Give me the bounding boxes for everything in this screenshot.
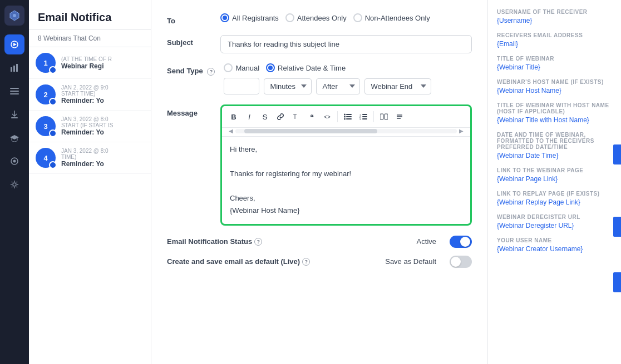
rp-replay-link: LINK TO REPLAY PAGE (IF EXISTS) {Webinar… — [497, 191, 612, 206]
editor-body[interactable]: Hi there, Thanks for registering for my … — [222, 137, 470, 224]
list-item[interactable]: 3 JAN 3, 2022 @ 8:0 START (IF START IS R… — [29, 111, 151, 142]
rp-title-host-value[interactable]: {Webinar Title with Host Name} — [497, 116, 612, 124]
toolbar-unordered-list-button[interactable] — [341, 109, 355, 124]
list-item[interactable]: 1 (AT THE TIME OF R Webinar Regi — [29, 47, 151, 79]
time-direction-select[interactable]: After Before — [316, 78, 360, 94]
default-toggle[interactable] — [450, 256, 472, 268]
list-item[interactable]: 4 JAN 3, 2022 @ 8:0 TIME) Reminder: Yo — [29, 142, 151, 174]
time-number-input[interactable] — [224, 80, 259, 93]
email-item-title: Webinar Regi — [61, 62, 144, 70]
svg-rect-21 — [362, 114, 367, 115]
toolbar-format-button[interactable]: T — [289, 109, 303, 124]
email-item-title: Reminder: Yo — [61, 97, 144, 104]
sidebar-item-circle[interactable] — [4, 151, 24, 171]
radio-manual[interactable]: Manual — [224, 63, 259, 72]
toolbar-strikethrough-button[interactable]: S — [258, 109, 272, 124]
sidebar-item-gear[interactable] — [4, 174, 24, 195]
default-help-icon[interactable]: ? — [302, 258, 310, 266]
scroll-left-button[interactable]: ◀ — [226, 128, 235, 134]
rp-email-value[interactable]: {Email} — [497, 40, 612, 48]
editor-line-5: Cheers, — [230, 192, 462, 205]
rp-deregister-url-value[interactable]: {Webinar Deregister URL} — [497, 222, 612, 230]
toolbar-link-button[interactable] — [273, 109, 288, 124]
toolbar-extra1-button[interactable] — [377, 109, 391, 124]
email-number: 1 — [43, 59, 47, 67]
email-item-text: JAN 3, 2022 @ 8:0 START (IF START IS Rem… — [61, 116, 144, 136]
email-item-date2: TIME) — [61, 154, 144, 160]
rp-username-value[interactable]: {Username} — [497, 17, 612, 24]
rp-webinar-title-label: TITLE OF WEBINAR — [497, 56, 612, 62]
avatar: 2 — [36, 84, 56, 104]
toggle-thumb — [460, 237, 470, 247]
subject-label: Subject — [167, 35, 211, 47]
rp-webinar-title-value[interactable]: {Webinar Title} — [497, 63, 612, 71]
toolbar-italic-button[interactable]: I — [242, 109, 257, 124]
message-label: Message — [167, 104, 211, 117]
send-type-row: Send Type ? Manual Relative Date & Time — [167, 63, 472, 94]
toolbar-code-button[interactable]: <> — [320, 109, 334, 124]
rp-page-link-value[interactable]: {Webinar Page Link} — [497, 175, 612, 183]
rp-date-time-value[interactable]: {Webinar Date Time} — [497, 152, 612, 159]
action-btn-1[interactable] — [613, 144, 621, 164]
rp-username-label: USERNAME OF THE RECEIVER — [497, 9, 612, 15]
rp-host-name-value[interactable]: {Webinar Host Name} — [497, 87, 612, 94]
toolbar-ordered-list-button[interactable]: 1.2.3. — [356, 109, 371, 124]
radio-circle-relative — [266, 63, 275, 72]
action-btn-2[interactable] — [613, 217, 621, 237]
scrollbar-thumb[interactable] — [244, 129, 377, 133]
status-toggle[interactable] — [450, 236, 472, 248]
sidebar-item-play[interactable] — [4, 34, 24, 54]
toolbar-bold-button[interactable]: B — [226, 109, 241, 124]
radio-circle-attendees — [285, 13, 294, 22]
svg-text:3.: 3. — [359, 118, 361, 120]
subject-input[interactable] — [220, 35, 472, 53]
svg-marker-2 — [13, 43, 17, 46]
radio-circle-all — [220, 13, 229, 22]
svg-point-0 — [13, 14, 16, 17]
radio-attendees-only[interactable]: Attendees Only — [285, 13, 347, 22]
svg-point-14 — [344, 114, 346, 116]
to-row: To All Registrants Attendees Only Non-At… — [167, 13, 472, 25]
status-row: Email Notification Status ? Active — [167, 236, 472, 248]
scrollbar-track — [235, 129, 457, 133]
time-anchor-select[interactable]: Webinar End Webinar Start — [364, 78, 431, 94]
send-type-controls: Manual Relative Date & Time ▲ ▼ — [224, 63, 472, 94]
radio-label-all: All Registrants — [232, 14, 279, 22]
radio-circle-manual — [224, 63, 233, 72]
editor-line-2 — [230, 156, 462, 168]
right-panel: USERNAME OF THE RECEIVER {Username} RECE… — [487, 0, 621, 364]
svg-rect-3 — [11, 67, 12, 72]
status-help-icon[interactable]: ? — [254, 238, 262, 246]
message-row: Message B I S T ❝ <> — [167, 104, 472, 226]
left-panel-subtitle: 8 Webinars That Con — [29, 30, 151, 47]
editor-toolbar: B I S T ❝ <> 1.2.3. — [222, 106, 470, 128]
action-btn-3[interactable] — [613, 272, 621, 292]
radio-non-attendees[interactable]: Non-Attendees Only — [353, 13, 430, 22]
email-item-date2: START TIME) — [61, 91, 144, 97]
send-type-help-icon[interactable]: ? — [207, 68, 215, 76]
svg-rect-25 — [362, 118, 367, 119]
sidebar-item-graduation[interactable] — [4, 128, 24, 148]
rp-creator-username-value[interactable]: {Webinar Creator Username} — [497, 245, 612, 253]
svg-rect-8 — [10, 93, 19, 94]
time-unit-select[interactable]: Minutes Hours Days — [264, 78, 312, 94]
list-item[interactable]: 2 JAN 2, 2022 @ 9:0 START TIME) Reminder… — [29, 79, 151, 111]
number-input-field: ▲ ▼ — [224, 78, 259, 94]
time-controls: ▲ ▼ Minutes Hours Days After Before Webi… — [224, 78, 472, 94]
rp-host-name-label: WEBINAR'S HOST NAME (IF EXISTS) — [497, 79, 612, 85]
rp-replay-link-value[interactable]: {Webinar Replay Page Link} — [497, 198, 612, 206]
editor-line-3: Thanks for registering for my webinar! — [230, 168, 462, 180]
editor-line-6: {Webinar Host Name} — [230, 205, 462, 217]
svg-rect-19 — [346, 118, 352, 119]
email-item-date: JAN 3, 2022 @ 8:0 — [61, 148, 144, 154]
rp-deregister-url-label: WEBINAR DEREGISTER URL — [497, 214, 612, 220]
toolbar-blockquote-button[interactable]: ❝ — [304, 109, 319, 124]
toolbar-extra2-button[interactable] — [392, 109, 407, 124]
avatar: 3 — [36, 116, 56, 136]
scroll-right-button[interactable]: ▶ — [457, 128, 466, 134]
radio-all-registrants[interactable]: All Registrants — [220, 13, 279, 22]
radio-relative[interactable]: Relative Date & Time — [266, 63, 346, 72]
sidebar-item-download[interactable] — [4, 104, 24, 124]
sidebar-item-list[interactable] — [4, 81, 24, 101]
sidebar-item-chart[interactable] — [4, 58, 24, 78]
